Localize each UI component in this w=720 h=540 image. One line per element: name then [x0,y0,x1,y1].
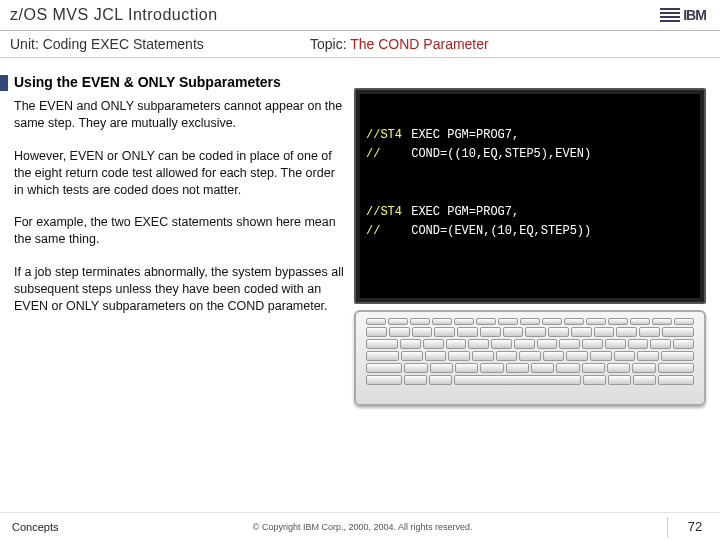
paragraph-1: The EVEN and ONLY subparameters cannot a… [14,98,344,132]
ibm-logo-text: IBM [683,7,706,23]
unit-label: Unit: Coding EXEC Statements [0,36,310,52]
code-label: //ST4 [366,203,404,222]
ibm-logo-bars-icon [660,6,680,24]
unit-value: Coding EXEC Statements [43,36,204,52]
code-text: COND=(EVEN,(10,EQ,STEP5)) [411,224,591,238]
body-text: The EVEN and ONLY subparameters cannot a… [14,98,344,331]
page-title: z/OS MVS JCL Introduction [10,6,656,24]
code-label: // [366,145,404,164]
keyboard-icon [354,310,706,406]
page-number: 72 [680,519,720,534]
unit-prefix: Unit: [10,36,43,52]
footer-bar: Concepts © Copyright IBM Corp., 2000, 20… [0,512,720,540]
header-bar: z/OS MVS JCL Introduction IBM [0,0,720,30]
topic-prefix: Topic: [310,36,350,52]
footer-section-label: Concepts [0,521,58,533]
footer-copyright: © Copyright IBM Corp., 2000, 2004. All r… [58,522,667,532]
content-area: Using the EVEN & ONLY Subparameters The … [0,58,720,90]
terminal-screen: //ST4 EXEC PGM=PROG7, // COND=((10,EQ,ST… [354,88,706,304]
paragraph-4: If a job step terminates abnormally, the… [14,264,344,315]
code-label: //ST4 [366,126,404,145]
sub-header-bar: Unit: Coding EXEC Statements Topic: The … [0,31,720,57]
topic-label: Topic: The COND Parameter [310,36,489,52]
code-block: //ST4 EXEC PGM=PROG7, // COND=((10,EQ,ST… [366,126,694,241]
ibm-logo: IBM [656,5,710,25]
code-text: COND=((10,EQ,STEP5),EVEN) [411,147,591,161]
divider [667,517,668,537]
paragraph-2: However, EVEN or ONLY can be coded in pl… [14,148,344,199]
terminal-illustration: //ST4 EXEC PGM=PROG7, // COND=((10,EQ,ST… [354,88,706,406]
code-text: EXEC PGM=PROG7, [411,128,519,142]
code-label: // [366,222,404,241]
code-text: EXEC PGM=PROG7, [411,205,519,219]
paragraph-3: For example, the two EXEC statements sho… [14,214,344,248]
topic-value: The COND Parameter [350,36,488,52]
